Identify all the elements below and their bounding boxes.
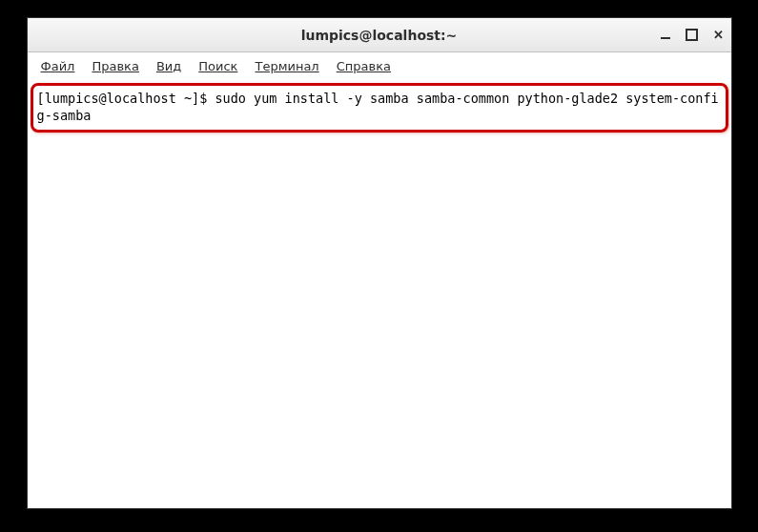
menubar: Файл Правка Вид Поиск Терминал Справка	[28, 52, 731, 79]
menu-view[interactable]: Вид	[149, 56, 189, 76]
maximize-button[interactable]	[686, 29, 699, 42]
terminal-content-area[interactable]: [lumpics@localhost ~]$ sudo yum install …	[28, 79, 731, 508]
window-title: lumpics@localhost:~	[301, 28, 458, 43]
terminal-line: [lumpics@localhost ~]$ sudo yum install …	[37, 90, 722, 124]
terminal-window: lumpics@localhost:~ Файл Правка Вид Поис…	[27, 17, 732, 509]
menu-file[interactable]: Файл	[33, 56, 83, 76]
menu-edit[interactable]: Правка	[84, 56, 146, 76]
menu-search[interactable]: Поиск	[191, 56, 245, 76]
titlebar[interactable]: lumpics@localhost:~	[28, 18, 731, 52]
terminal-prompt: [lumpics@localhost ~]$	[37, 91, 215, 106]
menu-terminal[interactable]: Терминал	[247, 56, 326, 76]
minimize-button[interactable]	[659, 29, 672, 42]
close-button[interactable]	[712, 29, 726, 42]
menu-help[interactable]: Справка	[329, 56, 399, 76]
window-controls	[659, 29, 726, 42]
annotation-highlight-box: [lumpics@localhost ~]$ sudo yum install …	[31, 83, 728, 133]
